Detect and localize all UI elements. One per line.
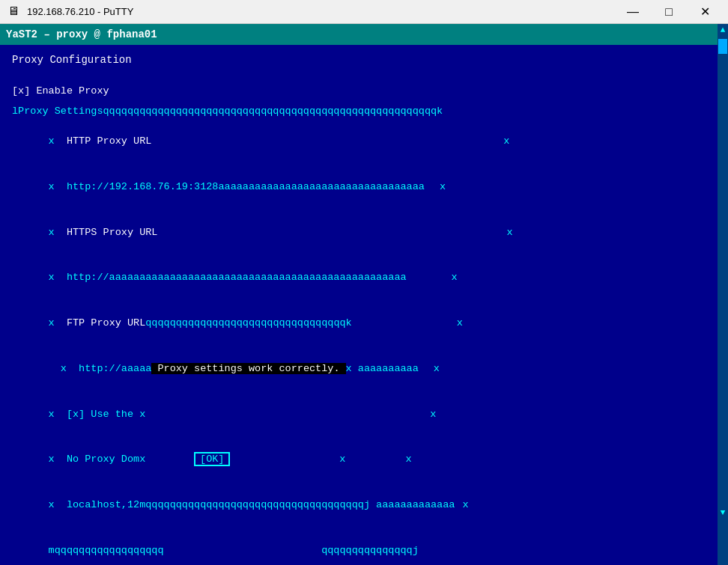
page-title: Proxy Configuration <box>12 52 716 69</box>
restore-button[interactable]: □ <box>652 0 686 24</box>
scroll-up-arrow[interactable]: ▲ <box>721 24 726 36</box>
ok-button[interactable]: [OK] <box>194 452 230 466</box>
terminal-area: ▲ ▼ YaST2 – proxy @ fphana01 Proxy Confi… <box>0 24 728 565</box>
row-no-proxy-dom: x No Proxy Domx [OK] xx <box>12 437 716 483</box>
window-title: 192.168.76.210 - PuTTY <box>27 6 616 17</box>
row-use-the: x [x] Use the xx <box>12 391 716 437</box>
row-https-label: x HTTPS Proxy URLx <box>12 210 716 255</box>
proxy-settings-top-border: lProxy Settingsqqqqqqqqqqqqqqqqqqqqqqqqq… <box>12 104 716 119</box>
window-controls: — □ ✕ <box>616 0 722 24</box>
row-ftp-value: x http://aaaaa Proxy settings work corre… <box>12 346 716 392</box>
row-https-value: x http://aaaaaaaaaaaaaaaaaaaaaaaaaaaaaaa… <box>12 255 716 301</box>
tab-label: YaST2 – proxy @ fphana01 <box>6 28 157 40</box>
enable-proxy-checkbox[interactable]: [x] Enable Proxy <box>12 84 716 100</box>
main-content: Proxy Configuration [x] Enable Proxy lPr… <box>0 45 728 565</box>
minimize-button[interactable]: — <box>616 0 650 24</box>
row-ftp-label: x FTP Proxy URLqqqqqqqqqqqqqqqqqqqqqqqqq… <box>12 301 716 346</box>
row-http-label: x HTTP Proxy URLx <box>12 119 716 165</box>
app-icon: 🖥 <box>6 4 21 19</box>
row-localhost: x localhost,12mqqqqqqqqqqqqqqqqqqqqqqqqq… <box>12 483 716 528</box>
title-bar: 🖥 192.168.76.210 - PuTTY — □ ✕ <box>0 0 728 24</box>
row-http-value: x http://192.168.76.19:3128aaaaaaaaaaaaa… <box>12 165 716 210</box>
proxy-settings-bottom-border: mqqqqqqqqqqqqqqqqqq qqqqqqqqqqqqqqqj <box>12 528 716 565</box>
dialog-row: x http://aaaaa Proxy settings work corre… <box>12 346 716 392</box>
tab-bar: YaST2 – proxy @ fphana01 <box>0 24 728 45</box>
close-button[interactable]: ✕ <box>688 0 722 24</box>
